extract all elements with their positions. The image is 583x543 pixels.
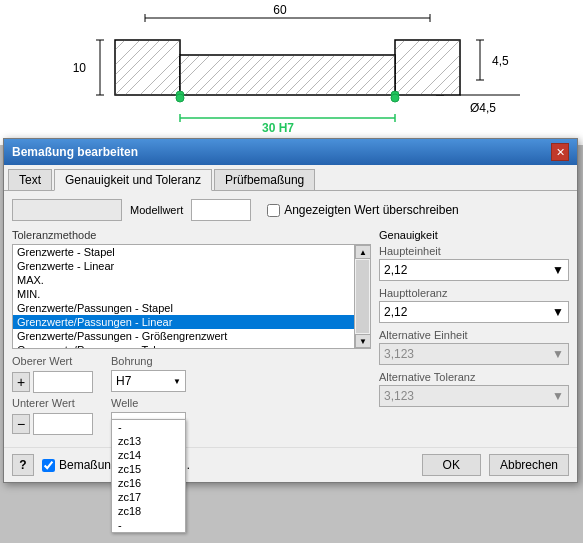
alt-einheit-arrow-icon: ▼ <box>552 347 564 361</box>
welle-open-dropdown: - zc13 zc14 zc15 zc16 zc17 zc18 - <box>111 419 186 533</box>
ok-button[interactable]: OK <box>422 454 481 476</box>
alt-einheit-value: 3,123 <box>384 347 414 361</box>
welle-option[interactable]: zc17 <box>112 490 185 504</box>
svg-text:60: 60 <box>273 3 287 17</box>
alt-toleranz-label: Alternative Toleranz <box>379 371 569 383</box>
alt-einheit-label: Alternative Einheit <box>379 329 569 341</box>
model-value-raw[interactable]: 30,00000000 <box>12 199 122 221</box>
haupteinheit-label: Haupteinheit <box>379 245 569 257</box>
unterer-minus-button[interactable]: − <box>12 414 30 434</box>
toleranz-listbox[interactable]: Grenzwerte - Stapel Grenzwerte - Linear … <box>12 244 371 349</box>
dialog-content: 30,00000000 Modellwert 30,00 Angezeigten… <box>4 191 577 443</box>
unterer-wert-group: Unterer Wert − 0,00 <box>12 397 93 435</box>
model-value-display[interactable]: 30,00 <box>191 199 251 221</box>
haupttoleranz-dropdown[interactable]: 2,12 ▼ <box>379 301 569 323</box>
main-columns: Toleranzmethode Grenzwerte - Stapel Gren… <box>12 229 569 435</box>
haupttoleranz-arrow-icon: ▼ <box>552 305 564 319</box>
svg-text:10: 10 <box>73 61 87 75</box>
technical-drawing: 60 4,5 5 10 <box>0 0 583 145</box>
bohrung-label: Bohrung <box>111 355 186 367</box>
bohrung-arrow-icon: ▼ <box>173 377 181 386</box>
override-checkbox[interactable] <box>267 204 280 217</box>
model-value-row: 30,00000000 Modellwert 30,00 Angezeigten… <box>12 199 569 221</box>
scroll-thumb <box>356 260 369 333</box>
svg-text:30 H7: 30 H7 <box>262 121 294 135</box>
welle-option[interactable]: - <box>112 420 185 434</box>
bohrung-value: H7 <box>116 374 131 388</box>
scroll-up-arrow[interactable]: ▲ <box>355 245 371 259</box>
list-scrollbar[interactable]: ▲ ▼ <box>354 245 370 348</box>
haupttoleranz-value: 2,12 <box>384 305 407 319</box>
oberer-plus-button[interactable]: + <box>12 372 30 392</box>
close-button[interactable]: ✕ <box>551 143 569 161</box>
modellwert-label: Modellwert <box>130 204 183 216</box>
unterer-wert-input-row: − 0,00 <box>12 413 93 435</box>
list-item[interactable]: Grenzwerte/Passungen - Stapel <box>13 301 370 315</box>
bohrung-dropdown[interactable]: H7 ▼ <box>111 370 186 392</box>
help-button[interactable]: ? <box>12 454 34 476</box>
toleranzmethode-label: Toleranzmethode <box>12 229 371 241</box>
alt-toleranz-dropdown[interactable]: 3,123 ▼ <box>379 385 569 407</box>
haupteinheit-value: 2,12 <box>384 263 407 277</box>
list-item[interactable]: Grenzwerte - Stapel <box>13 245 370 259</box>
haupteinheit-arrow-icon: ▼ <box>552 263 564 277</box>
alt-einheit-dropdown[interactable]: 3,123 ▼ <box>379 343 569 365</box>
dialog-titlebar: Bemaßung bearbeiten ✕ <box>4 139 577 165</box>
oberer-wert-input-row: + 0,02 <box>12 371 93 393</box>
welle-option[interactable]: - <box>112 518 185 532</box>
svg-rect-18 <box>395 40 460 95</box>
tab-genauigkeit[interactable]: Genauigkeit und Toleranz <box>54 169 212 191</box>
svg-text:Ø4,5: Ø4,5 <box>470 101 496 115</box>
oberer-wert-input[interactable]: 0,02 <box>33 371 93 393</box>
haupteinheit-group: Haupteinheit 2,12 ▼ <box>379 245 569 281</box>
alt-toleranz-group: Alternative Toleranz 3,123 ▼ <box>379 371 569 407</box>
scroll-down-arrow[interactable]: ▼ <box>355 334 371 348</box>
welle-label: Welle <box>111 397 186 409</box>
override-checkbox-row: Angezeigten Wert überschreiben <box>267 203 459 217</box>
haupttoleranz-label: Haupttoleranz <box>379 287 569 299</box>
haupttoleranz-group: Haupttoleranz 2,12 ▼ <box>379 287 569 323</box>
tab-text[interactable]: Text <box>8 169 52 190</box>
list-item[interactable]: MAX. <box>13 273 370 287</box>
svg-point-75 <box>391 94 399 102</box>
override-label: Angezeigten Wert überschreiben <box>284 203 459 217</box>
alt-toleranz-value: 3,123 <box>384 389 414 403</box>
list-item-selected[interactable]: Grenzwerte/Passungen - Linear <box>13 315 370 329</box>
right-column: Genauigkeit Haupteinheit 2,12 ▼ Haupttol… <box>379 229 569 435</box>
cancel-button[interactable]: Abbrechen <box>489 454 569 476</box>
unterer-welle-row: Unterer Wert − 0,00 Welle - ▼ <box>12 397 371 435</box>
welle-option[interactable]: zc14 <box>112 448 185 462</box>
oberer-bohrung-row: Oberer Wert + 0,02 Bohrung H7 ▼ <box>12 355 371 393</box>
tab-bar: Text Genauigkeit und Toleranz Prüfbemaßu… <box>4 165 577 191</box>
welle-option[interactable]: zc15 <box>112 462 185 476</box>
svg-text:4,5: 4,5 <box>492 54 509 68</box>
dialog-title: Bemaßung bearbeiten <box>12 145 138 159</box>
svg-rect-19 <box>180 55 395 95</box>
bemassungnach-checkbox[interactable] <box>42 459 55 472</box>
welle-group: Welle - ▼ - zc13 zc14 zc15 zc16 zc17 <box>111 397 186 434</box>
svg-point-73 <box>176 94 184 102</box>
tab-pruef[interactable]: Prüfbemaßung <box>214 169 315 190</box>
oberer-wert-label: Oberer Wert <box>12 355 93 367</box>
list-item[interactable]: MIN. <box>13 287 370 301</box>
haupteinheit-dropdown[interactable]: 2,12 ▼ <box>379 259 569 281</box>
oberer-wert-group: Oberer Wert + 0,02 <box>12 355 93 393</box>
bohrung-group: Bohrung H7 ▼ <box>111 355 186 393</box>
alt-toleranz-arrow-icon: ▼ <box>552 389 564 403</box>
list-item[interactable]: Grenzwerte - Linear <box>13 259 370 273</box>
unterer-wert-input[interactable]: 0,00 <box>33 413 93 435</box>
list-item[interactable]: Grenzwerte/Passungen - Größengrenzwert <box>13 329 370 343</box>
alt-einheit-group: Alternative Einheit 3,123 ▼ <box>379 329 569 365</box>
welle-option[interactable]: zc13 <box>112 434 185 448</box>
list-item[interactable]: Grenzwerte/Passungen - Toleranz <box>13 343 370 349</box>
genauigkeit-header: Genauigkeit <box>379 229 569 241</box>
welle-option[interactable]: zc18 <box>112 504 185 518</box>
svg-rect-17 <box>115 40 180 95</box>
welle-option[interactable]: zc16 <box>112 476 185 490</box>
unterer-wert-label: Unterer Wert <box>12 397 93 409</box>
left-column: Toleranzmethode Grenzwerte - Stapel Gren… <box>12 229 371 435</box>
bottom-bar: ? Bemaßung nach Erste… OK Abbrechen <box>4 447 577 482</box>
dialog: Bemaßung bearbeiten ✕ Text Genauigkeit u… <box>3 138 578 483</box>
